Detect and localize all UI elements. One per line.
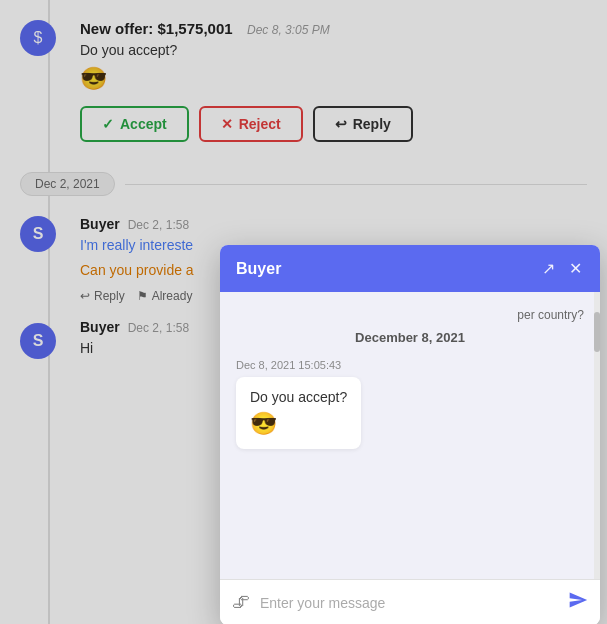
modal-header: Buyer ↗ ✕ — [220, 245, 600, 292]
modal-bubble: Do you accept? 😎 — [236, 377, 361, 449]
chat-modal: Buyer ↗ ✕ per country? December 8, 2021 … — [220, 245, 600, 624]
external-link-button[interactable]: ↗ — [540, 257, 557, 280]
scrollbar-track[interactable] — [594, 292, 600, 579]
modal-bubble-emoji: 😎 — [250, 411, 347, 437]
modal-bubble-text: Do you accept? — [250, 389, 347, 405]
message-input[interactable] — [260, 595, 558, 611]
close-icon: ✕ — [569, 260, 582, 277]
modal-prev-message: per country? — [236, 308, 584, 330]
modal-timestamp: Dec 8, 2021 15:05:43 — [236, 359, 584, 371]
scrollbar-thumb[interactable] — [594, 312, 600, 352]
modal-date-label: December 8, 2021 — [236, 330, 584, 345]
send-icon — [568, 590, 588, 610]
attach-button[interactable]: 🖇 — [232, 592, 250, 613]
modal-body: per country? December 8, 2021 Dec 8, 202… — [220, 292, 600, 579]
modal-title: Buyer — [236, 260, 281, 278]
paperclip-icon: 🖇 — [232, 592, 250, 612]
modal-header-actions: ↗ ✕ — [540, 257, 584, 280]
modal-footer: 🖇 — [220, 579, 600, 624]
close-modal-button[interactable]: ✕ — [567, 257, 584, 280]
external-link-icon: ↗ — [542, 260, 555, 277]
send-button[interactable] — [568, 590, 588, 615]
